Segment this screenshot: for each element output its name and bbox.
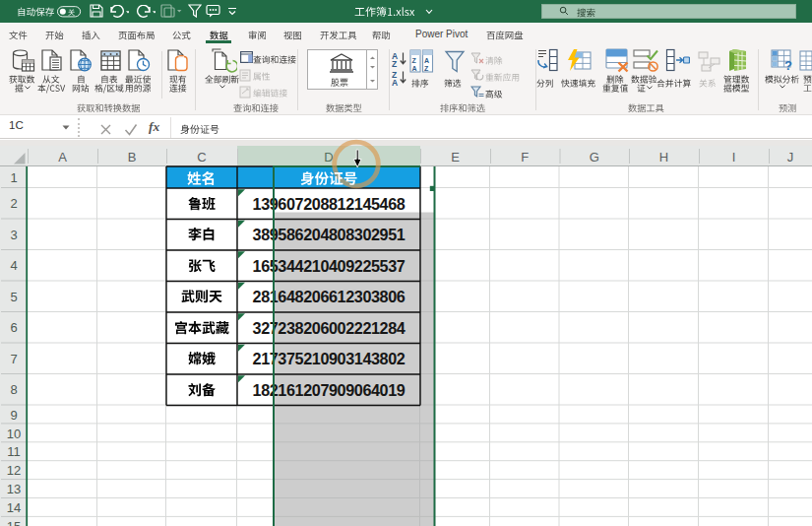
svg-text:D: D xyxy=(324,150,333,164)
svg-text:A: A xyxy=(58,150,67,164)
svg-text:I: I xyxy=(732,150,736,164)
svg-text:Z: Z xyxy=(412,57,417,64)
svg-text:12: 12 xyxy=(7,463,21,478)
svg-text:3: 3 xyxy=(10,228,17,242)
svg-text:13: 13 xyxy=(7,482,21,496)
svg-text:182161207909064019: 182161207909064019 xyxy=(253,381,406,399)
svg-text:165344210409225537: 165344210409225537 xyxy=(253,257,406,275)
svg-text:A: A xyxy=(424,57,429,64)
svg-text:7: 7 xyxy=(10,352,17,366)
svg-text:1: 1 xyxy=(10,170,17,185)
svg-text:11: 11 xyxy=(7,444,21,459)
svg-text:8: 8 xyxy=(10,382,17,397)
svg-text:B: B xyxy=(128,150,137,164)
svg-text:C: C xyxy=(197,150,206,164)
svg-text:?: ? xyxy=(784,58,792,73)
svg-text:15: 15 xyxy=(7,519,21,526)
svg-text:4: 4 xyxy=(10,258,17,273)
svg-text:J: J xyxy=(787,150,794,164)
svg-text:H: H xyxy=(659,150,668,164)
svg-text:281648206612303806: 281648206612303806 xyxy=(253,288,406,305)
svg-text:9: 9 xyxy=(10,408,17,423)
svg-text:10: 10 xyxy=(7,427,21,441)
svg-text:G: G xyxy=(590,150,599,164)
svg-text:A: A xyxy=(412,65,417,72)
svg-text:139607208812145468: 139607208812145468 xyxy=(253,195,406,213)
svg-text:F: F xyxy=(521,150,529,164)
svg-text:E: E xyxy=(451,150,460,164)
svg-text:389586204808302951: 389586204808302951 xyxy=(253,226,406,243)
svg-text:5: 5 xyxy=(10,290,17,304)
svg-text:217375210903143802: 217375210903143802 xyxy=(253,350,406,367)
svg-text:14: 14 xyxy=(7,500,21,515)
svg-text:Z: Z xyxy=(424,65,429,72)
svg-text:2: 2 xyxy=(10,196,17,211)
svg-text:A: A xyxy=(392,78,398,86)
svg-text:6: 6 xyxy=(10,320,17,335)
svg-text:Z: Z xyxy=(392,59,397,67)
svg-text:327238206002221284: 327238206002221284 xyxy=(253,319,406,337)
